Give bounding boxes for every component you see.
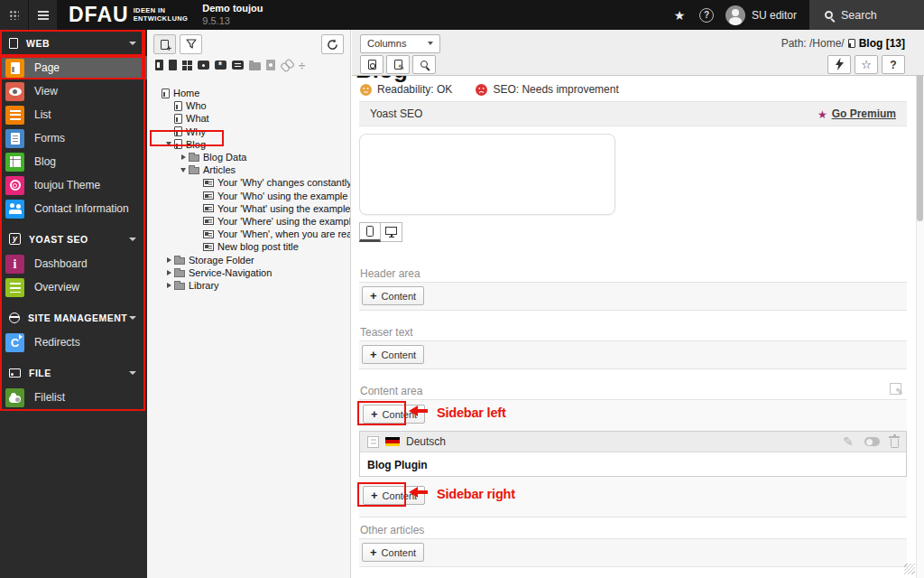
drag-page-image-icon[interactable] <box>266 60 275 70</box>
tree-item-post-2[interactable]: Your 'Who' using the example of yo <box>147 190 350 202</box>
expand-icon[interactable] <box>163 257 174 263</box>
menu-section-web[interactable]: WEB <box>0 30 147 56</box>
drag-element-star-icon[interactable] <box>215 61 226 70</box>
tree-item-post-6[interactable]: New blog post title <box>147 240 350 253</box>
eye-icon <box>9 88 22 96</box>
expand-icon[interactable] <box>163 270 174 275</box>
question-icon <box>890 56 896 72</box>
page-icon <box>174 126 182 136</box>
cloud-icon <box>9 396 21 403</box>
docheader-help-button[interactable] <box>882 55 905 74</box>
page-tree-panel: Home Who What Why Blog Blog Data Article… <box>147 30 351 578</box>
module-toujou-theme[interactable]: toujou Theme <box>0 173 147 197</box>
refresh-button[interactable] <box>321 34 344 54</box>
content-element-blog-plugin[interactable]: Deutsch Blog Plugin <box>359 431 907 477</box>
tree-item-who[interactable]: Who <box>147 99 350 112</box>
content-element-title: Blog Plugin <box>360 452 906 477</box>
tree-item-service-navigation[interactable]: Service-Navigation <box>147 266 350 279</box>
drag-divider-icon[interactable] <box>299 60 305 71</box>
add-content-button-teaser-text[interactable]: Content <box>362 345 424 364</box>
drag-page-icon[interactable] <box>155 60 163 70</box>
page-tree-toggle-button[interactable] <box>29 0 57 30</box>
collapse-icon[interactable] <box>178 168 189 172</box>
module-page[interactable]: Page <box>0 56 147 79</box>
expand-icon[interactable] <box>163 283 174 288</box>
module-grid-icon <box>9 10 19 20</box>
search-button[interactable] <box>412 55 436 74</box>
module-grid-button[interactable] <box>0 0 28 30</box>
go-premium-link[interactable]: Go Premium <box>818 106 896 122</box>
tree-item-post-3[interactable]: Your 'What' using the example of a <box>147 202 350 215</box>
tree-item-what[interactable]: What <box>147 112 350 125</box>
user-menu[interactable]: SU editor <box>720 5 809 25</box>
tree-item-storage-folder[interactable]: Storage Folder <box>147 253 350 266</box>
module-dashboard[interactable]: Dashboard <box>0 252 147 275</box>
module-blog[interactable]: Blog <box>0 150 147 173</box>
folder-icon <box>189 167 199 174</box>
module-redirects[interactable]: Redirects <box>0 331 147 354</box>
topbar-search[interactable]: Search <box>809 0 924 30</box>
module-filelist[interactable]: Filelist <box>0 386 147 409</box>
tree-item-articles[interactable]: Articles <box>147 163 350 176</box>
columns-view-select[interactable]: Columns <box>360 34 440 53</box>
edit-pencil-icon[interactable] <box>843 434 854 450</box>
tree-item-post-1[interactable]: Your 'Why' changes constantly <box>147 176 350 189</box>
tree-item-blog[interactable]: Blog <box>147 138 350 151</box>
module-contact-information[interactable]: Contact Information <box>0 197 147 220</box>
module-overview[interactable]: Overview <box>0 275 147 299</box>
drag-folder-icon[interactable] <box>249 62 261 70</box>
tree-item-library[interactable]: Library <box>147 279 350 292</box>
tree-item-post-5[interactable]: Your 'When', when you are ready <box>147 228 350 240</box>
mobile-preview-button[interactable] <box>359 222 381 242</box>
visibility-toggle-icon[interactable] <box>864 437 880 446</box>
docheader: Columns Path: /Home/ Blog [13] <box>352 30 924 76</box>
vertical-scrollbar[interactable] <box>916 30 924 578</box>
tree-item-blog-data[interactable]: Blog Data <box>147 151 350 163</box>
menu-section-file[interactable]: FILE <box>0 359 147 386</box>
tree-item-post-4[interactable]: Your 'Where' using the example of y <box>147 215 350 228</box>
menu-section-yoast-seo[interactable]: YOAST SEO <box>0 226 147 252</box>
bookmark-button[interactable] <box>855 55 878 74</box>
menu-section-site-management[interactable]: SITE MANAGEMENT <box>0 304 147 331</box>
drag-plain-page-icon[interactable] <box>169 60 177 70</box>
module-forms[interactable]: Forms <box>0 126 147 150</box>
delete-trash-icon[interactable] <box>891 439 899 448</box>
readability-status: Readability: OK <box>360 83 452 96</box>
username: SU editor <box>752 9 797 22</box>
search-icon <box>420 61 428 68</box>
add-content-button-header-area[interactable]: Content <box>362 286 424 305</box>
expand-icon[interactable] <box>178 154 189 160</box>
add-content-button-other-articles[interactable]: Content <box>362 543 424 562</box>
snippet-preview-box[interactable] <box>359 134 615 215</box>
edit-content-area-icon[interactable] <box>890 383 901 395</box>
page-icon <box>174 101 182 111</box>
bookmark-star-button[interactable] <box>666 0 693 30</box>
desktop-icon <box>385 227 397 235</box>
filter-icon <box>186 39 197 50</box>
drag-element-lines-icon[interactable] <box>232 61 244 70</box>
tree-item-home[interactable]: Home <box>147 87 350 99</box>
module-list[interactable]: List <box>0 103 147 126</box>
scrollbar-thumb[interactable] <box>917 57 923 221</box>
clear-cache-button[interactable] <box>827 55 851 74</box>
filter-button[interactable] <box>180 34 202 54</box>
desktop-preview-button[interactable] <box>381 222 402 242</box>
module-view[interactable]: View <box>0 79 147 103</box>
menu-lines-icon <box>10 283 21 293</box>
tree-item-why[interactable]: Why <box>147 126 350 138</box>
page-module-content: Blog Readability: OK SEO: Needs improvem… <box>352 76 916 578</box>
german-flag-icon <box>385 437 400 446</box>
section-label-content-area: Content area <box>360 385 422 397</box>
help-button[interactable] <box>693 0 720 30</box>
topbar: DFAU IDEEN IN ENTWICKLUNG Demo toujou 9.… <box>0 0 924 30</box>
drag-element-dot-icon[interactable] <box>198 61 209 70</box>
new-page-button[interactable] <box>153 34 176 54</box>
module-menu: WEB Page View List Forms Blog toujou The… <box>0 30 147 578</box>
drag-link-icon[interactable] <box>281 60 293 70</box>
edit-page-properties-button[interactable] <box>386 55 410 74</box>
collapse-icon[interactable] <box>163 142 174 146</box>
view-webpage-button[interactable] <box>360 55 383 74</box>
drag-shortcut-grid-icon[interactable] <box>182 61 192 70</box>
redirect-arrow-icon <box>11 334 19 350</box>
annotation-arrow-left-1 <box>417 409 428 413</box>
